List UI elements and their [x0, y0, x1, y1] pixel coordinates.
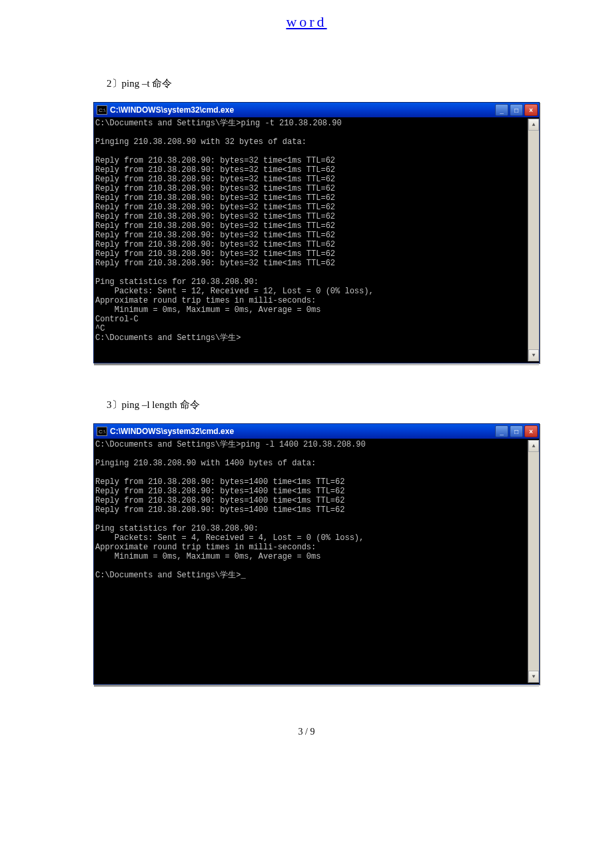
- window-shadow: [94, 363, 539, 365]
- window-title-1: C:\WINDOWS\system32\cmd.exe: [110, 105, 494, 115]
- cmd-icon: C:\: [97, 427, 107, 436]
- cmd-window-1: C:\ C:\WINDOWS\system32\cmd.exe _ □ × C:…: [93, 102, 540, 363]
- document-page: word 2〕ping –t 命令 C:\ C:\WINDOWS\system3…: [0, 0, 613, 764]
- word-link[interactable]: word: [286, 13, 326, 30]
- window-title-2: C:\WINDOWS\system32\cmd.exe: [110, 427, 494, 436]
- titlebar-2[interactable]: C:\ C:\WINDOWS\system32\cmd.exe _ □ ×: [94, 424, 539, 439]
- scroll-track-1[interactable]: [528, 131, 539, 349]
- minimize-button[interactable]: _: [495, 104, 508, 116]
- titlebar-1[interactable]: C:\ C:\WINDOWS\system32\cmd.exe _ □ ×: [94, 103, 539, 117]
- caption-1: 2〕ping –t 命令: [107, 77, 613, 90]
- caption-2: 3〕ping –l length 命令: [107, 399, 613, 411]
- scroll-up-icon[interactable]: ▲: [528, 440, 539, 452]
- terminal-2[interactable]: C:\Documents and Settings\学生>ping -l 140…: [94, 439, 539, 684]
- scrollbar-1[interactable]: ▲ ▼: [528, 119, 539, 361]
- minimize-button[interactable]: _: [495, 425, 508, 437]
- scroll-up-icon[interactable]: ▲: [528, 119, 539, 131]
- scrollbar-2[interactable]: ▲ ▼: [528, 440, 539, 683]
- cmd-wrapper-1: C:\ C:\WINDOWS\system32\cmd.exe _ □ × C:…: [93, 102, 613, 365]
- header-link-row: word: [0, 13, 613, 31]
- window-shadow: [94, 685, 539, 687]
- terminal-1[interactable]: C:\Documents and Settings\学生>ping -t 210…: [94, 117, 539, 363]
- scroll-down-icon[interactable]: ▼: [528, 349, 539, 361]
- cmd-icon: C:\: [97, 105, 107, 115]
- terminal-content-2: C:\Documents and Settings\学生>ping -l 140…: [95, 440, 528, 683]
- close-button[interactable]: ×: [524, 104, 538, 116]
- cmd-window-2: C:\ C:\WINDOWS\system32\cmd.exe _ □ × C:…: [93, 423, 540, 685]
- scroll-down-icon[interactable]: ▼: [528, 671, 539, 683]
- maximize-button[interactable]: □: [510, 104, 523, 116]
- page-footer: 3 / 9: [0, 727, 613, 737]
- cmd-wrapper-2: C:\ C:\WINDOWS\system32\cmd.exe _ □ × C:…: [93, 423, 613, 687]
- terminal-content-1: C:\Documents and Settings\学生>ping -t 210…: [95, 119, 528, 361]
- close-button[interactable]: ×: [524, 425, 538, 437]
- maximize-button[interactable]: □: [510, 425, 523, 437]
- scroll-track-2[interactable]: [528, 452, 539, 671]
